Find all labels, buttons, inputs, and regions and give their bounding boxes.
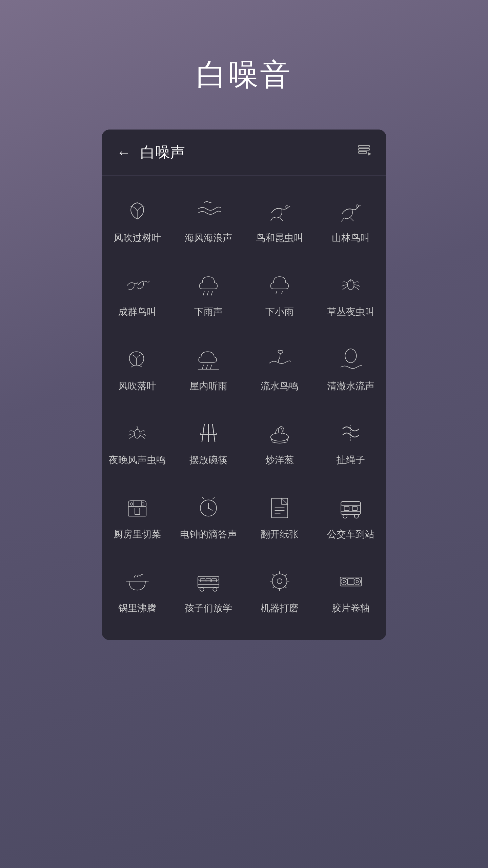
svg-rect-2 bbox=[359, 152, 367, 153]
sound-item-night-insects[interactable]: 草丛夜虫叫 bbox=[315, 256, 386, 330]
svg-line-65 bbox=[273, 574, 274, 576]
svg-rect-25 bbox=[135, 508, 140, 514]
svg-point-57 bbox=[277, 579, 282, 584]
pot-icon bbox=[124, 568, 151, 595]
svg-point-27 bbox=[142, 502, 144, 505]
svg-line-12 bbox=[202, 365, 204, 369]
bird3-icon bbox=[124, 271, 151, 298]
sound-item-label: 下小雨 bbox=[265, 306, 294, 318]
svg-rect-38 bbox=[341, 501, 361, 514]
app-card: ← 白噪声 风吹过树叶 海风海浪声 鸟和昆虫叫 山林 bbox=[102, 130, 386, 640]
svg-rect-1 bbox=[359, 149, 369, 150]
sound-item-fallen-leaves[interactable]: 风吹落叶 bbox=[102, 331, 173, 405]
svg-line-14 bbox=[210, 365, 212, 369]
header-left: ← 白噪声 bbox=[117, 142, 185, 162]
svg-point-20 bbox=[271, 433, 289, 441]
sound-item-forest-birds[interactable]: 山林鸟叫 bbox=[315, 182, 386, 256]
sound-item-label: 机器打磨 bbox=[261, 602, 299, 614]
svg-line-10 bbox=[282, 292, 282, 294]
waves-icon bbox=[195, 197, 222, 224]
sound-item-label: 下雨声 bbox=[194, 306, 223, 318]
sound-item-label: 夜晚风声虫鸣 bbox=[109, 454, 166, 466]
grinder-icon bbox=[266, 568, 293, 595]
svg-line-8 bbox=[211, 292, 212, 296]
back-button[interactable]: ← bbox=[117, 145, 131, 160]
sound-item-label: 山林鸟叫 bbox=[332, 232, 370, 244]
sound-item-label: 翻开纸张 bbox=[261, 528, 299, 540]
sound-item-label: 屋内听雨 bbox=[189, 380, 227, 392]
sound-item-machine-grind[interactable]: 机器打磨 bbox=[244, 553, 315, 627]
sound-item-label: 电钟的滴答声 bbox=[180, 528, 237, 540]
sound-item-label: 成群鸟叫 bbox=[118, 306, 156, 318]
leaf-icon bbox=[124, 197, 151, 224]
schoolbus-icon bbox=[195, 568, 222, 595]
sound-item-label: 流水鸟鸣 bbox=[261, 380, 299, 392]
sound-item-label: 炒洋葱 bbox=[265, 454, 294, 466]
svg-rect-34 bbox=[271, 498, 288, 518]
sound-item-birds-insects[interactable]: 鸟和昆虫叫 bbox=[244, 182, 315, 256]
svg-point-56 bbox=[272, 574, 287, 588]
sound-item-label: 扯绳子 bbox=[337, 454, 365, 466]
sound-item-rain[interactable]: 下雨声 bbox=[173, 256, 244, 330]
sound-item-label: 风吹落叶 bbox=[118, 380, 156, 392]
sound-item-clear-water[interactable]: 清澈水流声 bbox=[315, 331, 386, 405]
svg-rect-42 bbox=[344, 506, 349, 510]
sound-item-label: 摆放碗筷 bbox=[189, 454, 227, 466]
clearwater-icon bbox=[337, 346, 364, 373]
sound-item-boiling-pot[interactable]: 锅里沸腾 bbox=[102, 553, 173, 627]
svg-rect-39 bbox=[341, 501, 361, 506]
sound-item-night-wind-insects[interactable]: 夜晚风声虫鸣 bbox=[102, 405, 173, 478]
svg-rect-71 bbox=[347, 579, 354, 585]
sound-item-school-out[interactable]: 孩子们放学 bbox=[173, 553, 244, 627]
bird2-icon bbox=[337, 197, 364, 224]
clock-icon bbox=[195, 494, 222, 521]
sound-item-light-rain[interactable]: 下小雨 bbox=[244, 256, 315, 330]
sound-item-label: 锅里沸腾 bbox=[118, 602, 156, 614]
svg-line-63 bbox=[285, 587, 287, 588]
indoorrain-icon bbox=[195, 346, 222, 373]
sound-item-skipping-rope[interactable]: 扯绳子 bbox=[315, 405, 386, 478]
sound-item-clock-tick[interactable]: 电钟的滴答声 bbox=[173, 479, 244, 553]
svg-line-13 bbox=[206, 365, 208, 369]
svg-line-9 bbox=[276, 292, 277, 294]
sound-item-wind-leaves[interactable]: 风吹过树叶 bbox=[102, 182, 173, 256]
fallenleaf-icon bbox=[124, 346, 151, 373]
sound-item-sea-waves[interactable]: 海风海浪声 bbox=[173, 182, 244, 256]
svg-line-7 bbox=[207, 292, 208, 296]
svg-point-68 bbox=[354, 578, 361, 585]
filmreel-icon bbox=[337, 568, 364, 595]
svg-line-33 bbox=[212, 497, 215, 499]
svg-line-32 bbox=[202, 497, 204, 499]
fryonions-icon bbox=[266, 419, 293, 447]
sound-item-flock-birds[interactable]: 成群鸟叫 bbox=[102, 256, 173, 330]
chopsticks-icon bbox=[195, 419, 222, 447]
lightrain-icon bbox=[266, 271, 293, 298]
sound-item-indoor-rain[interactable]: 屋内听雨 bbox=[173, 331, 244, 405]
sound-item-bowls-chopsticks[interactable]: 摆放碗筷 bbox=[173, 405, 244, 478]
sound-item-label: 胶片卷轴 bbox=[332, 602, 370, 614]
sound-item-label: 风吹过树叶 bbox=[114, 232, 161, 244]
svg-rect-49 bbox=[198, 576, 219, 580]
sound-item-label: 海风海浪声 bbox=[185, 232, 232, 244]
svg-line-64 bbox=[273, 587, 274, 588]
sound-item-bus-stop[interactable]: 公交车到站 bbox=[315, 479, 386, 553]
svg-line-62 bbox=[285, 574, 287, 576]
svg-point-26 bbox=[130, 502, 133, 505]
kitchen-icon bbox=[124, 494, 151, 521]
svg-point-70 bbox=[356, 580, 359, 583]
bus-icon bbox=[337, 494, 364, 521]
sound-item-label: 公交车到站 bbox=[327, 528, 374, 540]
svg-marker-3 bbox=[368, 152, 371, 156]
page-title-area: 白噪音 bbox=[196, 0, 292, 130]
sound-item-stream-birds[interactable]: 流水鸟鸣 bbox=[244, 331, 315, 405]
svg-line-6 bbox=[203, 292, 204, 296]
sound-item-label: 鸟和昆虫叫 bbox=[256, 232, 303, 244]
page-title: 白噪音 bbox=[196, 54, 292, 96]
sound-item-flip-paper[interactable]: 翻开纸张 bbox=[244, 479, 315, 553]
sound-item-fry-onions[interactable]: 炒洋葱 bbox=[244, 405, 315, 478]
playlist-icon[interactable] bbox=[357, 143, 371, 162]
sound-item-label: 孩子们放学 bbox=[185, 602, 232, 614]
sound-grid: 风吹过树叶 海风海浪声 鸟和昆虫叫 山林鸟叫 成群鸟叫 下雨声 下小雨 bbox=[102, 176, 386, 640]
sound-item-kitchen-cutting[interactable]: 厨房里切菜 bbox=[102, 479, 173, 553]
sound-item-film-reel[interactable]: 胶片卷轴 bbox=[315, 553, 386, 627]
